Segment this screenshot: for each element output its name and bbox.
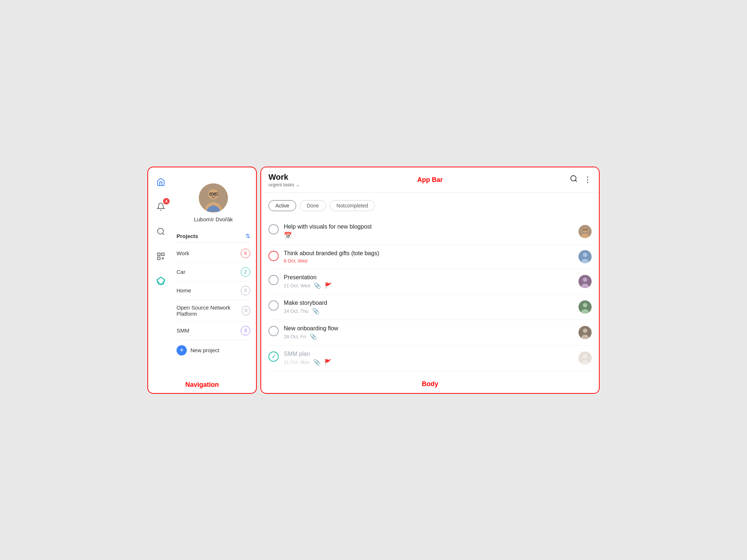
filter-tab-done[interactable]: Done bbox=[300, 200, 326, 211]
paperclip-icon-5: 📎 bbox=[310, 333, 317, 340]
task-checkbox-1[interactable] bbox=[268, 224, 279, 234]
filter-tab-active[interactable]: Active bbox=[268, 200, 296, 211]
svg-point-0 bbox=[158, 228, 163, 234]
task-item-4: Make storyboard 24 Oct, Thu 📎 bbox=[268, 295, 592, 320]
nav-content: Lubomír Dvořák Projects ⇅ Work 6 Car 2 H… bbox=[174, 175, 256, 386]
svg-line-18 bbox=[575, 180, 577, 182]
task-title-1: Help with visuals for new blogpost bbox=[284, 223, 573, 230]
task-item-6: ✓ SMM plan 21 Oct, Mon 📎 🚩 bbox=[268, 346, 592, 371]
app-bar-title-area: Work urgent tasks ⌄ bbox=[268, 172, 300, 187]
task-date-6: 21 Oct, Mon bbox=[284, 359, 310, 365]
body-annotation: Body bbox=[422, 380, 438, 388]
task-item-3: Presentation 21 Oct, Wed 📎 🚩 bbox=[268, 269, 592, 295]
add-project-icon: + bbox=[177, 345, 187, 355]
svg-rect-3 bbox=[162, 253, 164, 256]
task-date-3: 21 Oct, Wed bbox=[284, 283, 310, 288]
task-meta-5: 28 Oct, Fri 📎 bbox=[284, 333, 573, 340]
task-item-1: Help with visuals for new blogpost 📅 bbox=[268, 218, 592, 245]
calendar-icon-1[interactable]: 📅 bbox=[284, 232, 292, 240]
project-badge-osnp: 0 bbox=[242, 306, 250, 315]
svg-rect-2 bbox=[158, 253, 160, 256]
app-bar-title: Work bbox=[268, 172, 300, 182]
task-checkbox-6[interactable]: ✓ bbox=[268, 351, 279, 362]
project-item-home[interactable]: Home 0 bbox=[177, 281, 250, 300]
project-name-work: Work bbox=[177, 250, 189, 256]
task-title-4: Make storyboard bbox=[284, 300, 573, 306]
project-badge-work: 6 bbox=[241, 249, 250, 258]
task-item-2: Think about branded gifts (tote bags) 8 … bbox=[268, 245, 592, 269]
svg-point-34 bbox=[583, 328, 587, 333]
project-item-osnp[interactable]: Open Source Network Platform 0 bbox=[177, 300, 250, 322]
task-title-5: New onboarding flow bbox=[284, 325, 573, 332]
task-checkbox-2[interactable] bbox=[268, 251, 279, 261]
filter-tab-notcompleted[interactable]: Notcompleted bbox=[330, 200, 375, 211]
task-meta-1: 📅 bbox=[284, 232, 573, 240]
project-name-osnp: Open Source Network Platform bbox=[177, 304, 242, 317]
task-checkbox-5[interactable] bbox=[268, 326, 279, 336]
paperclip-icon-3: 📎 bbox=[314, 282, 321, 289]
dropdown-chevron-icon: ⌄ bbox=[296, 182, 300, 187]
user-name: Lubomír Dvořák bbox=[194, 216, 233, 222]
task-avatar-2 bbox=[578, 250, 592, 263]
filter-tabs: Active Done Notcompleted bbox=[268, 200, 592, 211]
avatar[interactable] bbox=[199, 183, 228, 213]
svg-line-1 bbox=[163, 233, 164, 234]
task-content-6: SMM plan 21 Oct, Mon 📎 🚩 bbox=[284, 351, 573, 366]
project-badge-home: 0 bbox=[241, 286, 250, 295]
task-avatar-3 bbox=[578, 275, 592, 288]
notification-badge: 4 bbox=[163, 198, 170, 205]
sort-icon[interactable]: ⇅ bbox=[245, 233, 250, 240]
icon-sidebar: 4 bbox=[148, 167, 174, 393]
svg-point-12 bbox=[210, 193, 212, 195]
task-checkbox-3[interactable] bbox=[268, 275, 279, 285]
diamond-icon[interactable] bbox=[154, 274, 168, 288]
task-content-2: Think about branded gifts (tote bags) 8 … bbox=[284, 250, 573, 264]
search-icon-appbar[interactable] bbox=[570, 175, 578, 185]
task-title-2: Think about branded gifts (tote bags) bbox=[284, 250, 573, 257]
flag-icon-6: 🚩 bbox=[324, 359, 332, 366]
task-avatar-5 bbox=[578, 326, 592, 339]
home-icon[interactable] bbox=[154, 175, 168, 189]
search-icon[interactable] bbox=[154, 224, 168, 239]
project-badge-car: 2 bbox=[241, 267, 250, 277]
flag-icon-3: 🚩 bbox=[325, 282, 332, 289]
project-item-work[interactable]: Work 6 bbox=[177, 244, 250, 263]
task-title-6: SMM plan bbox=[284, 351, 573, 357]
projects-title: Projects bbox=[177, 233, 198, 239]
paperclip-icon-6: 📎 bbox=[313, 359, 321, 366]
bell-icon[interactable]: 4 bbox=[154, 199, 168, 214]
checkmark-icon: ✓ bbox=[271, 353, 276, 360]
task-date-2: 8 Oct, Wed bbox=[284, 258, 307, 264]
task-checkbox-4[interactable] bbox=[268, 300, 279, 311]
svg-point-17 bbox=[571, 176, 576, 181]
svg-point-25 bbox=[583, 253, 587, 257]
task-avatar-1 bbox=[578, 225, 592, 238]
projects-list: Work 6 Car 2 Home 0 Open Source Network … bbox=[177, 244, 250, 340]
svg-point-20 bbox=[583, 228, 587, 232]
user-profile-area: Lubomír Dvořák bbox=[177, 180, 250, 222]
app-bar-actions: ⋮ bbox=[570, 175, 592, 185]
task-content-5: New onboarding flow 28 Oct, Fri 📎 bbox=[284, 325, 573, 340]
new-project-label: New project bbox=[190, 347, 219, 353]
new-project-button[interactable]: + New project bbox=[177, 340, 250, 361]
add-panel-icon[interactable] bbox=[154, 249, 168, 264]
task-meta-2: 8 Oct, Wed bbox=[284, 258, 573, 264]
app-bar-subtitle[interactable]: urgent tasks ⌄ bbox=[268, 182, 300, 187]
more-options-icon[interactable]: ⋮ bbox=[584, 175, 592, 184]
project-item-smm[interactable]: SMM 3 bbox=[177, 322, 250, 340]
svg-point-31 bbox=[583, 303, 587, 307]
task-date-4: 24 Oct, Thu bbox=[284, 308, 309, 314]
task-content-3: Presentation 21 Oct, Wed 📎 🚩 bbox=[284, 274, 573, 289]
paperclip-icon-4: 📎 bbox=[312, 308, 320, 315]
project-badge-smm: 3 bbox=[241, 326, 250, 335]
project-item-car[interactable]: Car 2 bbox=[177, 263, 250, 281]
project-name-smm: SMM bbox=[177, 327, 189, 334]
project-name-car: Car bbox=[177, 269, 185, 275]
svg-rect-4 bbox=[158, 257, 160, 260]
app-bar: Work urgent tasks ⌄ App Bar ⋮ bbox=[261, 167, 599, 193]
body-panel: Active Done Notcompleted Help with visua… bbox=[261, 193, 599, 393]
task-meta-4: 24 Oct, Thu 📎 bbox=[284, 308, 573, 315]
project-name-home: Home bbox=[177, 287, 191, 293]
navigation-panel: 4 bbox=[147, 167, 257, 394]
svg-point-37 bbox=[583, 354, 587, 358]
